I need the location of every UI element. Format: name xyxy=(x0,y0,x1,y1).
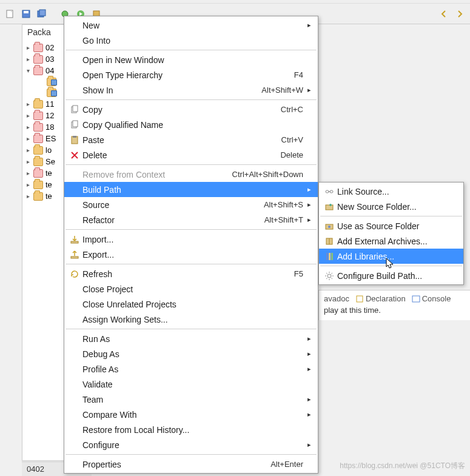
tree-twist-icon[interactable]: ▾ xyxy=(25,68,31,74)
menu-item-label: Assign Working Sets... xyxy=(82,315,303,324)
menu-separator xyxy=(65,229,317,230)
menu-item-accelerator: Delete xyxy=(280,150,306,159)
menu-item-close-project[interactable]: Close Project xyxy=(64,281,318,297)
submenu-arrow-icon: ▸ xyxy=(306,201,313,209)
tree-twist-icon[interactable] xyxy=(38,90,44,96)
console-tab[interactable]: Console xyxy=(412,294,451,303)
tree-twist-icon[interactable]: ▸ xyxy=(25,147,31,153)
folder-icon xyxy=(33,158,43,166)
new-button[interactable] xyxy=(4,7,17,21)
submenu-item-new-source-folder[interactable]: New Source Folder... xyxy=(319,199,463,214)
menu-item-run-as[interactable]: Run As▸ xyxy=(64,331,318,346)
icon-slot xyxy=(67,169,82,181)
menu-item-copy-qualified-name[interactable]: Copy Qualified Name xyxy=(64,117,318,132)
javadoc-tab[interactable]: avadoc xyxy=(324,294,349,303)
menu-item-validate[interactable]: Validate xyxy=(64,377,318,392)
submenu-item-configure-build-path[interactable]: Configure Build Path... xyxy=(319,268,463,283)
menu-separator xyxy=(65,264,317,264)
menu-item-label: Delete xyxy=(82,150,280,160)
tree-twist-icon[interactable]: ▸ xyxy=(25,182,31,188)
delete-icon xyxy=(67,149,82,161)
menu-item-open-in-new-window[interactable]: Open in New Window xyxy=(64,52,318,67)
submenu-item-add-external-archives[interactable]: Add External Archives... xyxy=(319,233,463,249)
menu-item-delete[interactable]: DeleteDelete xyxy=(64,147,318,163)
menu-item-paste[interactable]: PasteCtrl+V xyxy=(64,132,318,147)
submenu-item-link-source[interactable]: Link Source... xyxy=(319,184,463,199)
tree-twist-icon[interactable]: ▸ xyxy=(25,113,31,119)
submenu-arrow-icon: ▸ xyxy=(306,21,313,29)
icon-slot xyxy=(67,283,82,295)
folder-icon xyxy=(33,112,43,120)
menu-item-assign-working-sets[interactable]: Assign Working Sets... xyxy=(64,312,318,327)
copy-icon xyxy=(67,104,82,116)
svg-point-21 xyxy=(328,226,331,228)
menu-item-label: Import... xyxy=(82,235,303,244)
tree-item-label: 11 xyxy=(45,99,54,109)
menu-item-profile-as[interactable]: Profile As▸ xyxy=(64,361,318,377)
import-icon xyxy=(67,233,82,246)
folder-icon xyxy=(33,192,43,201)
menu-item-show-in[interactable]: Show InAlt+Shift+W▸ xyxy=(64,82,318,98)
menu-item-go-into[interactable]: Go Into xyxy=(64,33,318,48)
menu-item-accelerator: Alt+Shift+W xyxy=(261,85,306,95)
menu-separator xyxy=(65,454,317,455)
tree-twist-icon[interactable]: ▸ xyxy=(25,101,31,107)
menu-item-copy[interactable]: CopyCtrl+C xyxy=(64,102,318,117)
submenu-item-use-as-source-folder[interactable]: Use as Source Folder xyxy=(319,218,463,233)
icon-slot xyxy=(67,363,82,375)
menu-item-debug-as[interactable]: Debug As▸ xyxy=(64,346,318,361)
icon-slot xyxy=(67,84,82,96)
menu-item-source[interactable]: SourceAlt+Shift+S▸ xyxy=(64,197,318,212)
menu-item-label: Paste xyxy=(82,135,281,145)
folder-icon xyxy=(33,44,43,52)
tree-twist-icon[interactable]: ▸ xyxy=(25,45,31,51)
tree-twist-icon[interactable]: ▸ xyxy=(25,124,31,130)
menu-item-compare-with[interactable]: Compare With▸ xyxy=(64,407,318,422)
menu-item-build-path[interactable]: Build Path▸ xyxy=(64,182,318,197)
menu-item-refresh[interactable]: RefreshF5 xyxy=(64,266,318,281)
icon-slot xyxy=(67,348,82,360)
menu-item-accelerator: F4 xyxy=(294,70,306,79)
submenu-item-label: Configure Build Path... xyxy=(337,271,458,281)
tree-twist-icon[interactable]: ▸ xyxy=(25,136,31,142)
tree-twist-icon[interactable]: ▸ xyxy=(25,170,31,176)
submenu-item-label: Use as Source Folder xyxy=(337,221,458,231)
forward-button[interactable] xyxy=(453,7,466,21)
folder-icon xyxy=(33,169,43,178)
icon-slot xyxy=(67,214,82,226)
tree-item-label: 18 xyxy=(45,122,54,132)
menu-item-label: Run As xyxy=(82,334,303,344)
icon-slot xyxy=(67,424,82,436)
menu-item-refactor[interactable]: RefactorAlt+Shift+T▸ xyxy=(64,212,318,227)
tree-twist-icon[interactable]: ▸ xyxy=(25,56,31,62)
menu-item-configure[interactable]: Configure▸ xyxy=(64,437,318,452)
svg-rect-13 xyxy=(73,136,76,138)
submenu-item-label: Add External Archives... xyxy=(337,236,458,246)
newfolder-icon xyxy=(321,201,337,213)
icon-slot xyxy=(67,35,82,47)
declaration-tab[interactable]: Declaration xyxy=(355,294,406,303)
svg-rect-11 xyxy=(73,121,78,127)
tree-item-label: te xyxy=(45,180,52,189)
menu-item-label: Remove from Context xyxy=(82,170,232,179)
tree-twist-icon[interactable] xyxy=(38,79,44,85)
back-button[interactable] xyxy=(437,7,451,21)
menu-item-team[interactable]: Team▸ xyxy=(64,392,318,407)
submenu-item-label: New Source Folder... xyxy=(337,202,458,212)
menu-item-new[interactable]: New▸ xyxy=(64,18,318,33)
menu-item-label: Show In xyxy=(82,85,261,95)
submenu-arrow-icon: ▸ xyxy=(306,395,313,403)
menu-item-restore-from-local-history[interactable]: Restore from Local History... xyxy=(64,422,318,437)
tree-twist-icon[interactable]: ▸ xyxy=(25,193,31,199)
tree-twist-icon[interactable]: ▸ xyxy=(25,159,31,165)
svg-rect-28 xyxy=(357,296,363,302)
menu-item-import[interactable]: Import... xyxy=(64,232,318,247)
save-button[interactable] xyxy=(19,7,33,21)
menu-item-export[interactable]: Export... xyxy=(64,247,318,262)
folder-icon xyxy=(33,67,43,75)
menu-item-close-unrelated-projects[interactable]: Close Unrelated Projects xyxy=(64,297,318,312)
menu-item-properties[interactable]: PropertiesAlt+Enter xyxy=(64,457,318,472)
save-all-button[interactable] xyxy=(35,7,49,21)
submenu-arrow-icon: ▸ xyxy=(306,441,313,449)
menu-item-open-type-hierarchy[interactable]: Open Type HierarchyF4 xyxy=(64,67,318,82)
